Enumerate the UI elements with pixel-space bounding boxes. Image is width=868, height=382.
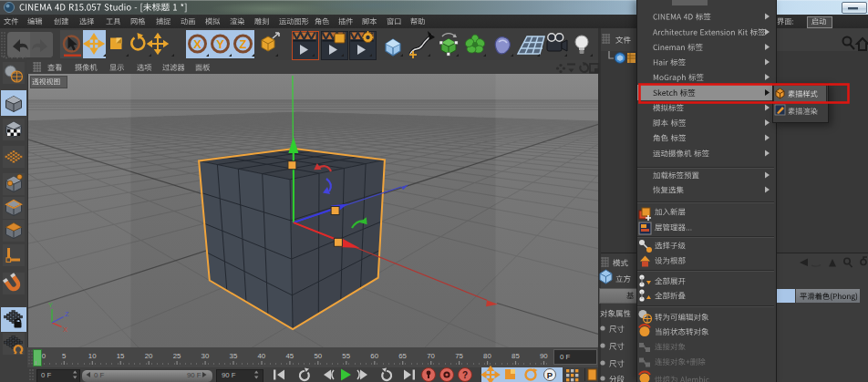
svg-text:15: 15 (117, 352, 125, 360)
svg-text:20: 20 (145, 352, 153, 360)
svg-text:25: 25 (173, 352, 181, 360)
svg-text:90 F: 90 F (222, 371, 236, 379)
svg-text:0 F: 0 F (41, 371, 52, 379)
svg-text:0: 0 (42, 352, 46, 360)
svg-text:65: 65 (398, 352, 407, 360)
svg-text:30: 30 (202, 352, 210, 360)
svg-text:80: 80 (483, 352, 491, 360)
svg-text:90 F: 90 F (187, 371, 202, 379)
svg-text:10: 10 (88, 352, 97, 360)
svg-text:45: 45 (285, 352, 294, 360)
svg-text:0 F: 0 F (560, 353, 571, 361)
svg-text:40: 40 (258, 352, 266, 360)
svg-text:85: 85 (512, 352, 520, 360)
svg-text:Y: Y (216, 37, 224, 51)
svg-text:?: ? (462, 370, 468, 380)
svg-text:Z: Z (240, 37, 247, 51)
svg-text:75: 75 (455, 352, 463, 360)
svg-text:X: X (193, 37, 202, 51)
svg-text:35: 35 (230, 352, 238, 360)
svg-text:0 F: 0 F (94, 371, 105, 379)
svg-text:5: 5 (62, 352, 67, 360)
svg-text:50: 50 (314, 352, 322, 360)
svg-text:P: P (547, 370, 553, 380)
svg-text:60: 60 (370, 352, 378, 360)
svg-text:70: 70 (427, 352, 435, 360)
svg-text:55: 55 (342, 352, 350, 360)
svg-text:90: 90 (540, 352, 548, 360)
